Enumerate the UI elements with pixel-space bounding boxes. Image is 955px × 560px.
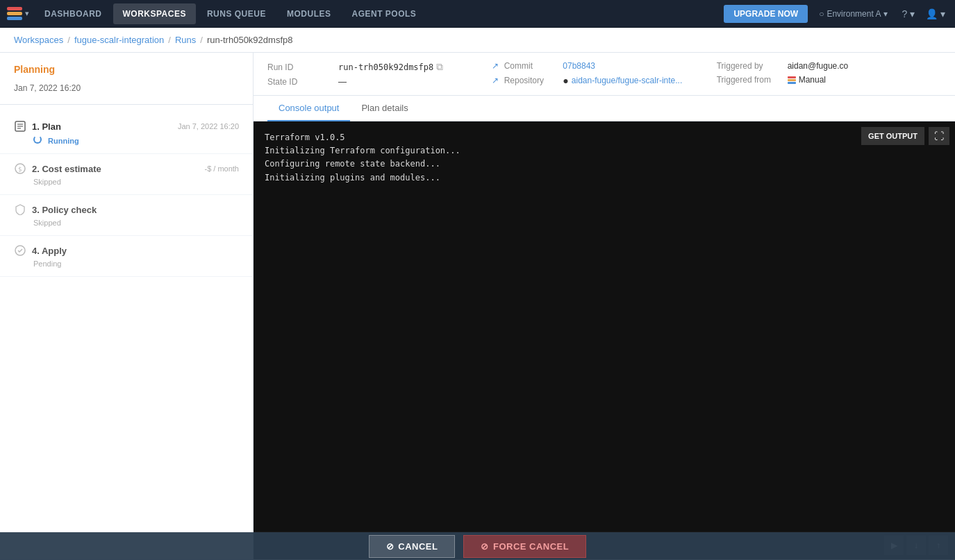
commit-value[interactable]: 07b8843 bbox=[563, 61, 595, 71]
logo-dropdown-btn[interactable]: ▾ bbox=[25, 9, 29, 18]
meta-group-ids: Run ID run-trh050k92dmsfp8 ⧉ State ID — bbox=[267, 53, 492, 95]
user-button[interactable]: 👤 ▾ bbox=[923, 6, 948, 22]
breadcrumb-workspaces[interactable]: Workspaces bbox=[14, 35, 63, 45]
run-id-value: run-trh050k92dmsfp8 ⧉ bbox=[338, 61, 443, 73]
force-cancel-icon: ⊘ bbox=[481, 541, 489, 552]
cancel-icon: ⊘ bbox=[386, 541, 395, 552]
repository-label: ↗ Repository bbox=[492, 76, 554, 85]
step-policy-label: 3. Policy check bbox=[32, 205, 97, 215]
console-text: Terraform v1.0.5 Initializing Terraform … bbox=[265, 131, 944, 185]
console-tabs: Console output Plan details bbox=[254, 96, 955, 121]
step-plan-label: 1. Plan bbox=[32, 121, 61, 132]
tab-console-output[interactable]: Console output bbox=[267, 96, 350, 121]
nav-workspaces[interactable]: WORKSPACES bbox=[113, 3, 196, 24]
external-link-icon: ↗ bbox=[492, 61, 499, 71]
breadcrumb-runs[interactable]: Runs bbox=[175, 35, 196, 45]
nav-modules[interactable]: MODULES bbox=[277, 3, 341, 24]
svg-text:$: $ bbox=[18, 166, 22, 173]
nav-dashboard[interactable]: DASHBOARD bbox=[35, 3, 112, 24]
console-toolbar: GET OUTPUT ⛶ bbox=[861, 127, 949, 145]
environment-selector[interactable]: ○ Environment A ▾ bbox=[813, 6, 893, 22]
github-icon: ● bbox=[563, 75, 568, 86]
console-output: GET OUTPUT ⛶ Terraform v1.0.5 Initializi… bbox=[254, 121, 955, 532]
step-cost-amount: -$ / month bbox=[204, 164, 239, 173]
step-cost-estimate[interactable]: $ 2. Cost estimate -$ / month Skipped bbox=[0, 154, 253, 195]
force-cancel-button[interactable]: ⊘ FORCE CANCEL bbox=[463, 535, 586, 558]
step-plan[interactable]: 1. Plan Jan 7, 2022 16:20 Running bbox=[0, 112, 253, 154]
step-cost-label: 2. Cost estimate bbox=[32, 164, 101, 174]
repository-value[interactable]: ● aidan-fugue/fugue-scalr-inte... bbox=[563, 75, 682, 86]
cancel-button[interactable]: ⊘ CANCEL bbox=[369, 535, 456, 558]
force-cancel-label: FORCE CANCEL bbox=[493, 541, 569, 552]
cancel-label: CANCEL bbox=[398, 541, 438, 552]
breadcrumb: Workspaces / fugue-scalr-integration / R… bbox=[0, 28, 955, 53]
step-apply[interactable]: 4. Apply Pending bbox=[0, 236, 253, 277]
apply-icon bbox=[14, 244, 26, 257]
nav-agent-pools[interactable]: AGENT POOLS bbox=[342, 3, 426, 24]
top-navigation: ▾ DASHBOARD WORKSPACES RUNS QUEUE MODULE… bbox=[0, 0, 955, 28]
upgrade-button[interactable]: UPGRADE NOW bbox=[724, 5, 808, 23]
triggered-from-value: Manual bbox=[788, 75, 826, 85]
steps-list: 1. Plan Jan 7, 2022 16:20 Running $ bbox=[0, 105, 253, 284]
run-date: Jan 7, 2022 16:20 bbox=[14, 83, 239, 93]
step-policy-status: Skipped bbox=[14, 219, 239, 227]
get-output-button[interactable]: GET OUTPUT bbox=[861, 127, 924, 145]
plan-icon bbox=[14, 120, 26, 133]
right-panel: Run ID run-trh050k92dmsfp8 ⧉ State ID — … bbox=[254, 53, 955, 559]
triggered-from-label: Triggered from bbox=[717, 75, 779, 85]
main-content: Planning Jan 7, 2022 16:20 1. Plan bbox=[0, 53, 955, 559]
commit-label: ↗ Commit bbox=[492, 61, 554, 71]
step-cost-status: Skipped bbox=[14, 178, 239, 186]
meta-group-commit: ↗ Commit 07b8843 ↗ Repository ● aidan-fu… bbox=[492, 53, 716, 95]
fullscreen-button[interactable]: ⛶ bbox=[929, 127, 949, 145]
step-apply-status: Pending bbox=[14, 260, 239, 268]
step-apply-label: 4. Apply bbox=[32, 246, 67, 256]
run-info: Planning Jan 7, 2022 16:20 bbox=[0, 53, 253, 105]
left-panel: Planning Jan 7, 2022 16:20 1. Plan bbox=[0, 53, 254, 559]
run-metadata: Run ID run-trh050k92dmsfp8 ⧉ State ID — … bbox=[254, 53, 955, 96]
run-status: Planning bbox=[14, 64, 239, 75]
help-button[interactable]: ? ▾ bbox=[899, 6, 917, 22]
bottom-action-bar: ⊘ CANCEL ⊘ FORCE CANCEL bbox=[0, 532, 955, 560]
step-policy-check[interactable]: 3. Policy check Skipped bbox=[0, 195, 253, 236]
breadcrumb-workspace-name[interactable]: fugue-scalr-integration bbox=[74, 35, 164, 45]
repo-link-icon: ↗ bbox=[492, 76, 499, 85]
state-id-label: State ID bbox=[267, 77, 330, 87]
step-plan-date: Jan 7, 2022 16:20 bbox=[178, 122, 239, 130]
logo[interactable]: ▾ bbox=[7, 7, 29, 20]
triggered-by-label: Triggered by bbox=[717, 61, 779, 71]
state-id-value: — bbox=[338, 77, 347, 87]
nav-runs-queue[interactable]: RUNS QUEUE bbox=[197, 3, 276, 24]
cost-icon: $ bbox=[14, 162, 26, 175]
nav-items: DASHBOARD WORKSPACES RUNS QUEUE MODULES … bbox=[35, 3, 724, 24]
manual-icon bbox=[788, 76, 796, 84]
run-id-label: Run ID bbox=[267, 62, 330, 72]
policy-icon bbox=[14, 203, 26, 216]
triggered-by-value: aidan@fugue.co bbox=[788, 61, 849, 71]
nav-right: UPGRADE NOW ○ Environment A ▾ ? ▾ 👤 ▾ bbox=[724, 5, 948, 23]
tab-plan-details[interactable]: Plan details bbox=[350, 96, 419, 121]
breadcrumb-run-id: run-trh050k92dmsfp8 bbox=[207, 35, 293, 45]
meta-group-triggered: Triggered by aidan@fugue.co Triggered fr… bbox=[717, 53, 941, 95]
copy-run-id-icon[interactable]: ⧉ bbox=[436, 61, 443, 73]
step-plan-status: Running bbox=[14, 135, 239, 145]
